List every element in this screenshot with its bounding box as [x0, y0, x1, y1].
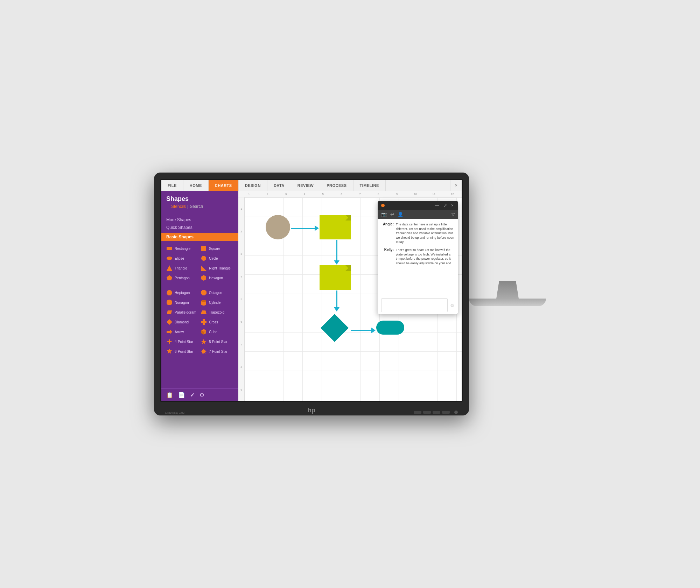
shape-item-triangle[interactable]: Triangle	[166, 264, 199, 272]
shape-item-nonagon[interactable]: Nonagon	[166, 299, 199, 306]
monitor-stand-base	[469, 299, 546, 306]
maximize-button[interactable]: ⤢	[442, 203, 448, 208]
shape-item-cross[interactable]: Cross	[201, 318, 233, 326]
chat-text-1: The data center here is set up a little …	[396, 222, 455, 244]
chat-titlebar: — ⤢ ×	[378, 201, 458, 210]
svg-marker-26	[321, 314, 349, 342]
monitor-btn-1[interactable]	[414, 411, 421, 414]
tab-home[interactable]: HOME	[183, 180, 209, 191]
list-icon[interactable]: 📄	[178, 392, 185, 398]
chat-author-2: Kelly:	[381, 248, 394, 265]
shape-item-elipse[interactable]: Elipse	[166, 254, 199, 262]
svg-marker-16	[167, 319, 172, 325]
ruler-v-4: 4	[238, 265, 244, 288]
shape-item-arrow[interactable]: Arrow	[166, 328, 199, 336]
ruler-num-12: 12	[443, 192, 462, 196]
chat-input[interactable]	[381, 298, 448, 312]
check-icon[interactable]: ✔	[190, 392, 195, 398]
ruler-num-3: 3	[277, 192, 295, 196]
shape-item-circle[interactable]: Circle	[201, 254, 233, 262]
ruler-v-8: 8	[238, 356, 244, 379]
ruler-v-1: 1	[238, 197, 244, 220]
svg-marker-4	[167, 265, 172, 271]
fc-arrow-3	[334, 290, 340, 312]
monitor-btn-3[interactable]	[433, 411, 440, 414]
tab-file[interactable]: FILE	[161, 180, 183, 191]
quick-shapes-item[interactable]: Quick Shapes	[166, 224, 233, 231]
shape-item-6-point-star[interactable]: 6-Point Star	[166, 348, 199, 355]
fc-rounded-rect[interactable]	[376, 321, 404, 335]
svg-marker-7	[201, 275, 206, 281]
fc-arrow-1	[291, 225, 319, 231]
phone-icon[interactable]: ↩	[390, 212, 394, 217]
svg-point-12	[201, 300, 206, 302]
chat-panel: — ⤢ × 📷 ↩ 👤 ▽ Angie: The data center her…	[378, 201, 458, 314]
tab-review[interactable]: REVIEW	[291, 180, 320, 191]
svg-marker-24	[167, 349, 172, 354]
monitor-buttons	[414, 411, 458, 414]
shape-item-5-point-star[interactable]: 5-Point Star	[201, 338, 233, 345]
stencils-link[interactable]: Stencils	[171, 204, 186, 209]
monitor-power-button[interactable]	[454, 411, 458, 414]
tab-design[interactable]: DESIGN	[239, 180, 267, 191]
monitor-btn-4[interactable]	[442, 411, 450, 414]
video-icon[interactable]: 📷	[381, 212, 387, 217]
close-chat-button[interactable]: ×	[450, 203, 455, 208]
users-icon[interactable]: 👤	[398, 212, 403, 217]
ruler-v-6: 6	[238, 310, 244, 333]
sidebar-nav: Stencils | Search	[166, 204, 233, 212]
ruler-num-5: 5	[314, 192, 332, 196]
chat-dot	[381, 204, 385, 207]
hp-logo: hp	[308, 407, 315, 414]
tab-charts[interactable]: CHARTS	[209, 180, 239, 191]
nav-separator: |	[187, 204, 188, 209]
fc-circle[interactable]	[266, 215, 290, 239]
tab-timeline[interactable]: TIMELINE	[354, 180, 386, 191]
clipboard-icon[interactable]: 📋	[166, 392, 173, 398]
shape-item-right-triangle[interactable]: Right Triangle	[201, 264, 233, 272]
search-link[interactable]: Search	[190, 204, 203, 209]
minimize-button[interactable]: —	[434, 203, 440, 208]
fc-diamond[interactable]	[319, 312, 350, 344]
ruler-num-6: 6	[332, 192, 351, 196]
monitor-screen: FILE HOME CHARTS DESIGN DATA REVIEW PROC…	[160, 179, 463, 402]
main-layout: Shapes Stencils | Search More Shapes Qui…	[161, 191, 462, 401]
shape-item-octagon[interactable]: Octagon	[201, 289, 233, 296]
shape-item-4-point-star[interactable]: 4-Point Star	[166, 338, 199, 345]
shape-item-cylinder[interactable]: Cylinder	[201, 299, 233, 306]
fc-rect-2[interactable]	[320, 265, 351, 290]
shape-item-trapezoid[interactable]: Trapezoid	[201, 308, 233, 316]
svg-marker-9	[201, 290, 206, 295]
svg-marker-5	[201, 265, 206, 271]
svg-marker-10	[167, 300, 172, 305]
sidebar: Shapes Stencils | Search More Shapes Qui…	[161, 191, 238, 401]
ruler-v-5: 5	[238, 288, 244, 311]
emoji-icon[interactable]: ☺	[450, 302, 455, 308]
tab-data[interactable]: DATA	[267, 180, 291, 191]
shape-item-square[interactable]: Square	[201, 245, 233, 252]
ruler-num-10: 10	[406, 192, 425, 196]
settings-icon[interactable]: ⚙	[200, 392, 204, 398]
shape-item-heptagon[interactable]: Heptagon	[166, 289, 199, 296]
shape-item-diamond[interactable]: Diamond	[166, 318, 199, 326]
ruler-v-7: 7	[238, 333, 244, 356]
shape-item-cube[interactable]: Cube	[201, 328, 233, 336]
shape-item-pentagon[interactable]: Pentagon	[166, 274, 199, 282]
shape-item-hexagon[interactable]: Hexagon	[201, 274, 233, 282]
close-button[interactable]: ×	[450, 180, 462, 191]
filter-icon[interactable]: ▽	[451, 212, 455, 217]
ruler-num-11: 11	[425, 192, 443, 196]
shape-item-rectangle[interactable]: Rectangle	[166, 245, 199, 252]
sidebar-bottom: 📋 📄 ✔ ⚙	[161, 388, 238, 401]
svg-marker-14	[167, 310, 172, 314]
shape-item-parallelogram[interactable]: Parallelogram	[166, 308, 199, 316]
basic-shapes-item[interactable]: Basic Shapes	[161, 233, 238, 241]
more-shapes-item[interactable]: More Shapes	[166, 216, 233, 224]
fc-rect-1[interactable]	[320, 215, 351, 239]
svg-marker-23	[201, 339, 206, 344]
svg-marker-15	[201, 310, 206, 314]
tab-process[interactable]: PROCESS	[320, 180, 353, 191]
chat-message-2: Kelly: That's great to hear! Let me know…	[381, 248, 455, 265]
monitor-btn-2[interactable]	[423, 411, 431, 414]
shape-item-7-point-star[interactable]: 7-Point Star	[201, 348, 233, 355]
